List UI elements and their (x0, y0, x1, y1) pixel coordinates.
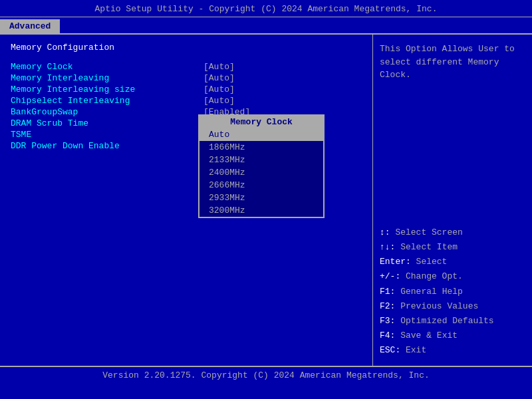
config-label-interleaving-size: Memory Interleaving size (11, 84, 203, 94)
config-label-ddr-power: DDR Power Down Enable (11, 141, 203, 151)
key-esc-key: ESC: (380, 345, 406, 355)
key-hint-f3: F3: Optimized Defaults (380, 314, 525, 329)
key-hint-change: +/-: Change Opt. (380, 269, 525, 284)
key-hints: ↕: Select Screen ↑↓: Select Item Enter: … (380, 225, 525, 358)
dropdown-item-auto[interactable]: Auto (200, 128, 323, 141)
tabbar: Advanced (0, 17, 532, 35)
key-f3-key: F3: (380, 316, 400, 326)
dropdown-item-1866[interactable]: 1866MHz (200, 141, 323, 154)
key-hint-f4: F4: Save & Exit (380, 329, 525, 343)
key-select-screen-desc: Select Screen (395, 227, 462, 237)
dropdown-item-3200[interactable]: 3200MHz (200, 204, 323, 217)
key-hint-f2: F2: Previous Values (380, 299, 525, 314)
key-enter-desc: Select (416, 257, 448, 267)
key-select-screen-key: ↕: (380, 227, 395, 237)
key-f1-key: F1: (380, 287, 400, 297)
header: Aptio Setup Utility - Copyright (C) 2024… (0, 0, 532, 17)
key-f3-desc: Optimized Defaults (400, 316, 493, 326)
config-label-bankgroupswap: BankGroupSwap (11, 107, 203, 117)
key-change-desc: Change Opt. (406, 271, 463, 281)
config-label-dram-scrub: DRAM Scrub Time (11, 118, 203, 128)
config-label-interleaving: Memory Interleaving (11, 73, 203, 83)
key-hint-esc: ESC: Exit (380, 343, 525, 358)
dropdown-item-2933[interactable]: 2933MHz (200, 192, 323, 204)
config-row-interleaving: Memory Interleaving [Auto] (11, 73, 362, 83)
tab-advanced[interactable]: Advanced (0, 19, 60, 33)
config-value-memory-clock: [Auto] (203, 62, 235, 72)
key-hint-enter: Enter: Select (380, 255, 525, 269)
key-change-key: +/-: (380, 271, 406, 281)
right-panel: This Option Allows User to select differ… (372, 35, 532, 366)
key-esc-desc: Exit (406, 345, 426, 355)
key-select-item-desc: Select Item (400, 242, 458, 252)
config-label-tsme: TSME (11, 130, 203, 140)
dropdown-item-2133[interactable]: 2133MHz (200, 154, 323, 166)
config-value-chipselect: [Auto] (203, 96, 235, 106)
key-f4-key: F4: (380, 331, 400, 340)
footer: Version 2.20.1275. Copyright (C) 2024 Am… (0, 366, 532, 384)
left-panel: Memory Configuration Memory Clock [Auto]… (0, 35, 372, 366)
config-row-chipselect: Chipselect Interleaving [Auto] (11, 96, 362, 106)
dropdown-title: Memory Clock (200, 116, 323, 128)
dropdown-item-2666[interactable]: 2666MHz (200, 179, 323, 192)
main-content: Memory Configuration Memory Clock [Auto]… (0, 35, 532, 366)
header-title: Aptio Setup Utility - Copyright (C) 2024… (95, 4, 438, 14)
key-f4-desc: Save & Exit (400, 331, 458, 340)
key-hint-select-item: ↑↓: Select Item (380, 240, 525, 255)
config-value-interleaving: [Auto] (203, 73, 235, 83)
key-select-item-key: ↑↓: (380, 242, 400, 252)
key-hint-select-screen: ↕: Select Screen (380, 225, 525, 240)
section-title: Memory Configuration (11, 43, 362, 53)
footer-text: Version 2.20.1275. Copyright (C) 2024 Am… (102, 370, 429, 380)
config-row-interleaving-size: Memory Interleaving size [Auto] (11, 84, 362, 94)
dropdown-item-2400[interactable]: 2400MHz (200, 166, 323, 179)
config-label-chipselect: Chipselect Interleaving (11, 96, 203, 106)
config-row-memory-clock: Memory Clock [Auto] (11, 62, 362, 72)
key-hint-f1: F1: General Help (380, 285, 525, 299)
memory-clock-dropdown[interactable]: Memory Clock Auto 1866MHz 2133MHz 2400MH… (198, 114, 325, 218)
key-f1-desc: General Help (400, 287, 463, 297)
config-label-memory-clock: Memory Clock (11, 62, 203, 72)
key-f2-desc: Previous Values (400, 301, 478, 311)
key-enter-key: Enter: (380, 257, 416, 267)
key-f2-key: F2: (380, 301, 400, 311)
help-text: This Option Allows User to select differ… (380, 43, 525, 82)
config-value-interleaving-size: [Auto] (203, 84, 235, 94)
